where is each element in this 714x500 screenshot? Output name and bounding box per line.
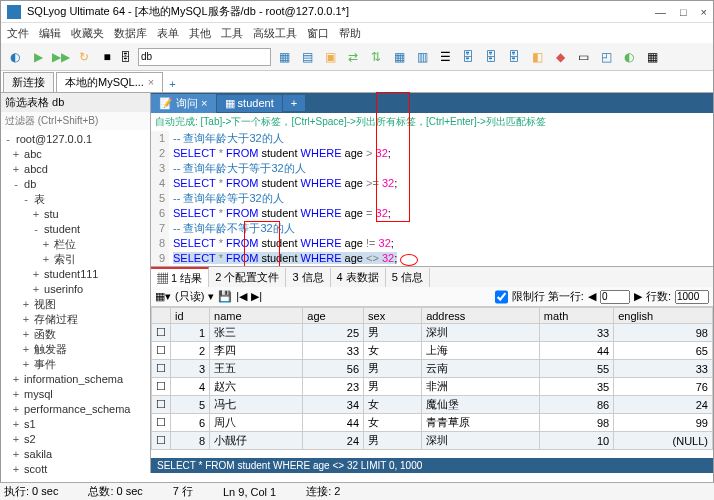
cell[interactable]: 56 [303, 360, 364, 378]
cell[interactable]: 24 [614, 396, 713, 414]
menu-item[interactable]: 收藏夹 [71, 26, 104, 41]
cell[interactable]: 赵六 [210, 378, 303, 396]
tree-node[interactable]: + performance_schema [3, 402, 148, 417]
cell[interactable]: 男 [364, 432, 422, 450]
tree-node[interactable]: - student [3, 222, 148, 237]
connection-tab[interactable]: 本地的MySQL...× [56, 72, 163, 92]
cell[interactable]: 女 [364, 396, 422, 414]
cell[interactable]: 65 [614, 342, 713, 360]
menu-item[interactable]: 窗口 [307, 26, 329, 41]
new-connection-tab[interactable]: 新连接 [3, 72, 54, 92]
tree-node[interactable]: + information_schema [3, 372, 148, 387]
cell[interactable]: 33 [539, 324, 613, 342]
cell[interactable]: 23 [303, 378, 364, 396]
menu-item[interactable]: 文件 [7, 26, 29, 41]
cell[interactable]: 33 [614, 360, 713, 378]
tree-node[interactable]: + 函数 [3, 327, 148, 342]
cell[interactable]: 小靓仔 [210, 432, 303, 450]
tool-icon[interactable]: ▣ [320, 47, 340, 67]
tree-node[interactable]: + 触发器 [3, 342, 148, 357]
first-row-input[interactable] [600, 290, 630, 304]
cell[interactable]: 99 [614, 414, 713, 432]
column-header[interactable]: math [539, 308, 613, 324]
add-tab-icon[interactable]: + [163, 76, 181, 92]
column-header[interactable]: name [210, 308, 303, 324]
execute-icon[interactable]: ▶ [28, 47, 48, 67]
cell[interactable]: (NULL) [614, 432, 713, 450]
tree-node[interactable]: + 栏位 [3, 237, 148, 252]
db-icon[interactable]: 🗄 [504, 47, 524, 67]
tree-node[interactable]: + student111 [3, 267, 148, 282]
column-header[interactable]: id [171, 308, 210, 324]
query-tab[interactable]: ▦ student [217, 95, 282, 112]
menu-item[interactable]: 表单 [157, 26, 179, 41]
export-icon[interactable]: 💾 [218, 290, 232, 303]
row-count-input[interactable] [675, 290, 709, 304]
cell[interactable]: 上海 [422, 342, 540, 360]
prev-icon[interactable]: ◀ [588, 290, 596, 303]
tool-icon[interactable]: ◐ [619, 47, 639, 67]
tree-node[interactable]: + abcd [3, 162, 148, 177]
tree-node[interactable]: + stu [3, 207, 148, 222]
tree-node[interactable]: + sakila [3, 447, 148, 462]
tree-node[interactable]: + 视图 [3, 297, 148, 312]
cell[interactable]: 24 [303, 432, 364, 450]
tool-icon[interactable]: ▦ [274, 47, 294, 67]
cell[interactable]: 44 [539, 342, 613, 360]
db-icon[interactable]: 🗄 [481, 47, 501, 67]
cell[interactable]: 周八 [210, 414, 303, 432]
cell[interactable]: ☐ [152, 378, 171, 396]
cell[interactable]: 非洲 [422, 378, 540, 396]
tree-node[interactable]: + abc [3, 147, 148, 162]
cell[interactable]: 44 [303, 414, 364, 432]
tree-node[interactable]: + mysql [3, 387, 148, 402]
cell[interactable]: ☐ [152, 414, 171, 432]
cell[interactable]: 86 [539, 396, 613, 414]
execute-all-icon[interactable]: ▶▶ [51, 47, 71, 67]
result-tab[interactable]: ▦ 1 结果 [151, 267, 209, 288]
menu-item[interactable]: 数据库 [114, 26, 147, 41]
tool-icon[interactable]: ☰ [435, 47, 455, 67]
column-header[interactable]: address [422, 308, 540, 324]
cell[interactable]: 男 [364, 378, 422, 396]
next-icon[interactable]: ▶ [634, 290, 642, 303]
nav-last-icon[interactable]: ▶| [251, 290, 262, 303]
cell[interactable]: ☐ [152, 396, 171, 414]
cell[interactable]: 男 [364, 324, 422, 342]
cell[interactable]: ☐ [152, 342, 171, 360]
cell[interactable]: 冯七 [210, 396, 303, 414]
cell[interactable]: 王五 [210, 360, 303, 378]
tool-icon[interactable]: ◧ [527, 47, 547, 67]
column-header[interactable] [152, 308, 171, 324]
result-tab[interactable]: 4 表数据 [331, 268, 386, 287]
tree-node[interactable]: + 索引 [3, 252, 148, 267]
cell[interactable]: 3 [171, 360, 210, 378]
result-tab[interactable]: 3 信息 [286, 268, 330, 287]
cell[interactable]: 男 [364, 360, 422, 378]
column-header[interactable]: sex [364, 308, 422, 324]
limit-checkbox[interactable] [495, 290, 508, 304]
cell[interactable]: 98 [539, 414, 613, 432]
tree-node[interactable]: + 存储过程 [3, 312, 148, 327]
cell[interactable]: ☐ [152, 324, 171, 342]
result-tab[interactable]: 2 个配置文件 [209, 268, 286, 287]
tree-node[interactable]: - db [3, 177, 148, 192]
cell[interactable]: 8 [171, 432, 210, 450]
dropdown-icon[interactable]: ▾ [208, 290, 214, 303]
cell[interactable]: 33 [303, 342, 364, 360]
grid-icon[interactable]: ▦▾ [155, 290, 171, 303]
filter-hint[interactable]: 过滤器 (Ctrl+Shift+B) [1, 112, 150, 130]
tool-icon[interactable]: ◆ [550, 47, 570, 67]
cell[interactable]: 青青草原 [422, 414, 540, 432]
menu-item[interactable]: 工具 [221, 26, 243, 41]
database-select[interactable] [138, 48, 271, 66]
grid-icon[interactable]: ▦ [389, 47, 409, 67]
db-icon[interactable]: 🗄 [458, 47, 478, 67]
tree-node[interactable]: + s2 [3, 432, 148, 447]
cell[interactable]: 女 [364, 342, 422, 360]
menu-item[interactable]: 编辑 [39, 26, 61, 41]
cell[interactable]: 云南 [422, 360, 540, 378]
cell[interactable]: 76 [614, 378, 713, 396]
cell[interactable]: 女 [364, 414, 422, 432]
new-connection-icon[interactable]: ◐ [5, 47, 25, 67]
